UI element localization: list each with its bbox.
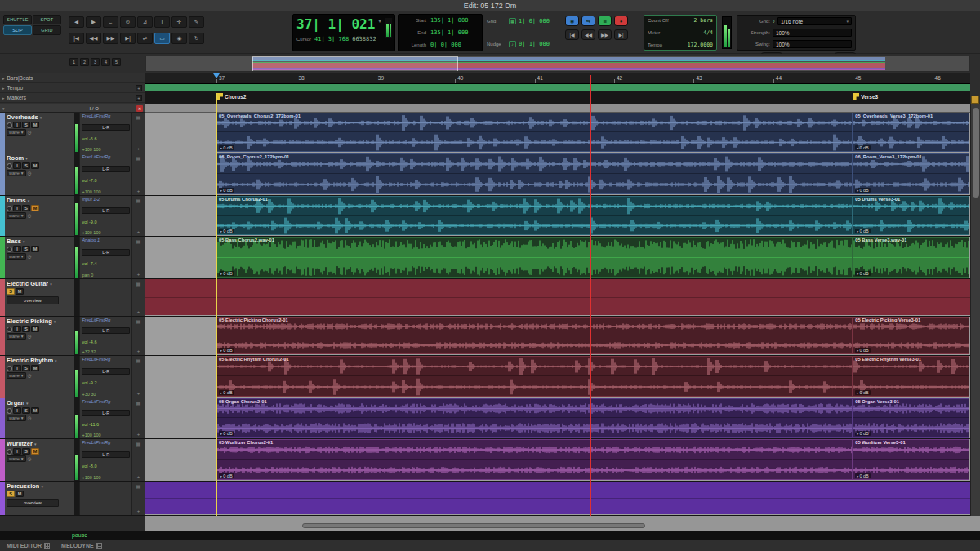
audio-clip[interactable]: 05 Drums Verse3-01▸0 dB: [853, 196, 969, 235]
track-options-icon[interactable]: ▤: [136, 483, 141, 489]
clip-gain-badge[interactable]: ▸0 dB: [219, 188, 234, 193]
clip-gain-badge[interactable]: ▸0 dB: [219, 473, 234, 478]
mute-button[interactable]: M: [16, 288, 24, 295]
input-monitor-button[interactable]: I: [13, 326, 21, 332]
track-options-icon[interactable]: ▤: [136, 358, 141, 363]
volume-readout[interactable]: vol -6.6: [82, 136, 130, 141]
add-lane-button[interactable]: +: [137, 146, 140, 151]
counter-caret-icon[interactable]: ▾: [378, 18, 381, 24]
audio-clip[interactable]: 05 Drums Chorus2-01▸0 dB: [216, 196, 853, 235]
io-output-path[interactable]: FredLitFirstRg: [82, 318, 130, 322]
pan-readout[interactable]: +100 100: [82, 230, 130, 235]
track-view-selector[interactable]: wave▾: [7, 455, 26, 462]
clip-gain-badge[interactable]: ▸0 dB: [219, 431, 234, 436]
universe-view-rect[interactable]: [252, 56, 458, 72]
record-arm-button[interactable]: [7, 327, 12, 332]
mute-button[interactable]: M: [31, 407, 39, 414]
volume-readout[interactable]: vol -9.0: [82, 220, 130, 224]
solo-button[interactable]: S: [22, 246, 30, 252]
track-name[interactable]: Room: [7, 154, 24, 162]
track-options-icon[interactable]: ▤: [136, 281, 141, 287]
add-lane-button[interactable]: +: [137, 432, 140, 437]
solo-button[interactable]: S: [7, 288, 15, 295]
io-output-path[interactable]: FredLitFirstRg: [82, 154, 130, 159]
clip-gain-badge[interactable]: ▸0 dB: [219, 348, 234, 353]
nudge-note-icon[interactable]: ♪: [509, 41, 516, 47]
add-lane-button[interactable]: +: [137, 309, 140, 314]
mode-button-spot[interactable]: SPOT: [33, 15, 61, 24]
mute-button[interactable]: M: [31, 122, 39, 128]
track-lane[interactable]: 05 Electric Picking Chorus2-01▸0 dB05 El…: [145, 317, 970, 355]
separation-grabber-icon[interactable]: ⇄: [137, 33, 153, 44]
track-header[interactable]: Drums▾ISMwave▾◷Input 1-2L-Rvol -9.0+100 …: [0, 196, 145, 236]
ruler-expand-icon[interactable]: ▸: [2, 76, 5, 81]
track-name[interactable]: Wurlitzer: [7, 440, 33, 447]
clip-gain-badge[interactable]: ▸0 dB: [855, 390, 871, 395]
volume-readout[interactable]: vol -7.4: [82, 261, 130, 266]
track-caret-icon[interactable]: ▾: [41, 484, 43, 489]
io-output-path[interactable]: FredLitFirstRg: [82, 357, 130, 362]
track-view-selector[interactable]: wave▾: [7, 253, 26, 260]
audio-clip[interactable]: 05 Electric Picking Verse3-01▸0 dB: [853, 317, 969, 354]
add-tempo-event-button[interactable]: +: [136, 85, 142, 91]
timebase-clock-icon[interactable]: ◷: [28, 254, 32, 259]
ruler-markers-row[interactable]: Chorus2Verse3: [145, 91, 970, 104]
track-view-selector[interactable]: wave▾: [7, 415, 26, 421]
add-lane-button[interactable]: +: [137, 229, 140, 234]
ruler-expand-icon[interactable]: ▸: [2, 86, 5, 91]
go-to-end-button[interactable]: ▶|: [614, 29, 628, 40]
mute-button[interactable]: M: [31, 326, 39, 332]
ruler-row-markers[interactable]: ▸ Markers +: [0, 93, 145, 103]
trim-tool-icon[interactable]: ⊿: [137, 16, 153, 28]
solo-button[interactable]: S: [22, 122, 30, 128]
record-arm-button[interactable]: [7, 122, 12, 128]
timebase-clock-icon[interactable]: ◷: [28, 456, 32, 461]
ruler-row-tempo[interactable]: ▸ Tempo +: [0, 83, 145, 93]
clip-gain-badge[interactable]: ▸0 dB: [855, 431, 871, 436]
grid-value[interactable]: 1| 0| 000: [519, 18, 550, 24]
go-to-end-icon[interactable]: ▶|: [120, 33, 136, 44]
main-counter[interactable]: 37| 1| 021: [296, 16, 375, 33]
timebase-clock-icon[interactable]: ◷: [28, 373, 32, 378]
track-header[interactable]: Electric Rhythm▾ISMwave▾◷FredLitFirstRgL…: [0, 356, 145, 398]
mute-button[interactable]: M: [31, 448, 39, 455]
solo-button[interactable]: S: [7, 491, 15, 497]
io-channel[interactable]: L-R: [82, 166, 130, 172]
mode-button-grid[interactable]: GRID: [33, 25, 61, 35]
track-caret-icon[interactable]: ▾: [23, 239, 25, 244]
audio-clip[interactable]: 05_Overheads_Chorus2_172bpm-01▸0 dB: [216, 113, 853, 152]
track-header[interactable]: Wurlitzer▾ISMwave▾◷FredLitFirstRgL-Rvol …: [0, 439, 145, 481]
track-list-collapse-icon[interactable]: ▾: [2, 106, 5, 111]
record-arm-button[interactable]: [7, 366, 12, 371]
input-monitor-button[interactable]: I: [13, 122, 21, 128]
tab-melodyne[interactable]: MELODYNE: [61, 543, 102, 549]
vertical-scrollbar[interactable]: [970, 104, 980, 516]
clip-gain-badge[interactable]: ▸0 dB: [855, 229, 871, 233]
solo-button[interactable]: S: [22, 205, 30, 211]
track-lane[interactable]: [145, 482, 970, 515]
audio-clip[interactable]: 06_Room_Verse3_172bpm-01▸0 dB: [853, 153, 969, 194]
track-header[interactable]: Overheads▾ISMwave▾◷FredLitFirstRgL-Rvol …: [0, 113, 145, 153]
track-lane[interactable]: 05 Electric Rhythm Chorus2-01▸0 dB05 Ele…: [145, 356, 970, 398]
solo-button[interactable]: S: [22, 448, 30, 455]
universe-overview[interactable]: [145, 56, 970, 72]
clip-gain-badge[interactable]: ▸0 dB: [219, 229, 234, 233]
clip-gain-badge[interactable]: ▸0 dB: [219, 390, 234, 395]
track-region-band[interactable]: [145, 279, 970, 315]
pan-readout[interactable]: pan 0: [82, 273, 130, 278]
audio-clip[interactable]: 05_Overheads_Verse3_172bpm-01▸0 dB: [853, 113, 969, 152]
record-arm-button[interactable]: [7, 206, 12, 211]
ruler-tempo-band[interactable]: [145, 84, 970, 91]
grabber-tool-icon[interactable]: ✛: [172, 16, 187, 28]
track-name[interactable]: Electric Guitar: [7, 280, 48, 287]
track-caret-icon[interactable]: ▾: [55, 358, 57, 363]
selector-tool-icon[interactable]: I: [154, 16, 170, 28]
zoom-tool-icon[interactable]: ⊙: [120, 16, 136, 28]
pencil-tool-icon[interactable]: ✎: [189, 16, 204, 28]
timebase-clock-icon[interactable]: ◷: [28, 171, 32, 176]
track-options-icon[interactable]: ▤: [136, 238, 141, 244]
ruler-row-bars[interactable]: ▸ Bars|Beats: [0, 73, 145, 83]
zoom-preset-3[interactable]: 3: [91, 58, 100, 66]
record-arm-button[interactable]: [7, 449, 12, 455]
auto-scroll-button[interactable]: [971, 96, 979, 104]
